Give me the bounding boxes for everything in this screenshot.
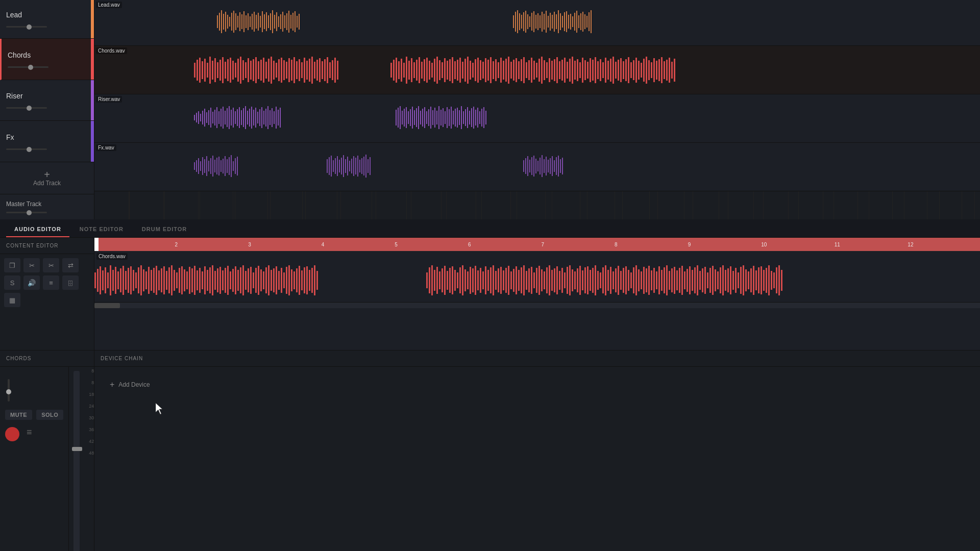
db-scale: 8 8 18 24 30 36 42 48: [84, 367, 94, 551]
svg-rect-255: [206, 112, 207, 123]
grid-icon-btn[interactable]: ⌹: [62, 276, 79, 290]
svg-rect-485: [309, 270, 310, 291]
track-item-lead[interactable]: Lead: [0, 0, 94, 39]
chords-fader-handle[interactable]: [72, 447, 82, 451]
track-fader-chords[interactable]: [8, 66, 48, 68]
svg-rect-68: [568, 15, 569, 29]
master-track-fader-knob[interactable]: [27, 210, 32, 215]
svg-rect-41: [513, 15, 514, 28]
svg-rect-419: [140, 265, 142, 295]
scrollbar-thumb[interactable]: [94, 303, 120, 308]
copy-icon-btn[interactable]: ❐: [4, 258, 20, 272]
track-fader-riser[interactable]: [6, 107, 47, 109]
svg-rect-192: [531, 58, 532, 83]
svg-rect-150: [424, 59, 425, 81]
svg-rect-202: [556, 57, 558, 83]
track-row-chords: Chords.wav: [94, 46, 980, 94]
svg-rect-64: [560, 13, 561, 30]
chords-clip-label: Chords.wav: [96, 47, 127, 54]
scissors-icon-btn[interactable]: ✂: [43, 258, 59, 272]
svg-rect-603: [717, 271, 719, 289]
track-fader-knob-fx[interactable]: [27, 147, 32, 152]
svg-rect-351: [223, 159, 224, 173]
svg-rect-481: [299, 266, 300, 295]
svg-rect-367: [343, 155, 344, 177]
track-fader-lead[interactable]: [6, 26, 47, 28]
svg-rect-273: [243, 108, 244, 127]
svg-rect-230: [628, 57, 629, 83]
svg-rect-339: [198, 158, 199, 174]
svg-rect-466: [260, 269, 262, 291]
audio-playhead[interactable]: [94, 238, 99, 251]
svg-rect-410: [117, 271, 119, 289]
svg-rect-434: [179, 268, 180, 293]
tab-note-editor[interactable]: NOTE EDITOR: [71, 222, 132, 237]
svg-rect-628: [781, 270, 782, 291]
svg-rect-318: [449, 109, 450, 126]
svg-rect-326: [465, 109, 466, 126]
chords-fader-track[interactable]: [74, 371, 80, 551]
svg-rect-583: [666, 265, 668, 295]
tab-audio-editor[interactable]: AUDIO EDITOR: [6, 222, 69, 237]
svg-rect-14: [246, 15, 247, 28]
track-item-fx[interactable]: Fx: [0, 121, 94, 162]
db-label-30: 30: [89, 416, 94, 420]
svg-rect-37: [292, 13, 293, 31]
add-track-button[interactable]: + Add Track: [0, 162, 94, 194]
svg-rect-35: [288, 11, 289, 33]
svg-rect-455: [232, 269, 234, 292]
svg-rect-228: [623, 61, 624, 79]
track-fader-knob-riser[interactable]: [27, 106, 32, 111]
add-device-button[interactable]: + Add Device: [105, 377, 155, 392]
svg-rect-388: [537, 161, 538, 171]
svg-rect-515: [493, 265, 494, 295]
svg-rect-564: [618, 266, 619, 295]
cut-icon-btn[interactable]: ✂: [23, 258, 40, 272]
svg-rect-374: [357, 156, 358, 177]
record-button[interactable]: [5, 427, 19, 441]
svg-rect-231: [630, 62, 632, 78]
chords-volume-slider[interactable]: [8, 379, 10, 402]
solo-button[interactable]: SOLO: [36, 410, 63, 420]
svg-rect-52: [535, 15, 536, 29]
track-item-chords[interactable]: Chords: [0, 39, 94, 80]
track-fader-fx[interactable]: [6, 148, 47, 150]
svg-rect-163: [457, 60, 458, 81]
chords-header-label: CHORDS: [0, 350, 94, 367]
svg-rect-301: [414, 110, 415, 125]
track-fader-knob-lead[interactable]: [27, 24, 32, 30]
svg-rect-525: [518, 270, 520, 291]
letter-s-btn[interactable]: S: [4, 276, 20, 290]
mute-button[interactable]: MUTE: [5, 410, 32, 420]
svg-rect-337: [194, 162, 195, 170]
svg-rect-183: [508, 57, 509, 84]
mixer-icon-btn[interactable]: ≡: [27, 427, 32, 441]
snap-icon-btn[interactable]: ▦: [4, 293, 20, 307]
svg-rect-215: [590, 58, 591, 82]
audio-clip-row: Chords.wav: [94, 251, 980, 302]
svg-rect-325: [463, 111, 464, 124]
reverse-icon-btn[interactable]: ⇄: [62, 258, 79, 272]
audio-scrollbar[interactable]: [94, 302, 980, 308]
volume-icon-btn[interactable]: 🔊: [23, 276, 40, 290]
eq-icon-btn[interactable]: ≡: [43, 276, 59, 290]
master-track-fader[interactable]: [6, 212, 47, 213]
ruler-num-8: 8: [614, 242, 687, 247]
svg-rect-240: [653, 58, 655, 82]
svg-rect-400: [562, 158, 563, 174]
svg-rect-147: [416, 60, 418, 81]
audio-editor-waveform-2: [426, 261, 783, 299]
svg-rect-518: [500, 267, 502, 294]
audio-ruler: 2 3 4 5 6 7 8 9 10 11 12: [94, 238, 980, 251]
svg-rect-572: [638, 269, 640, 291]
svg-rect-217: [595, 57, 596, 83]
svg-rect-601: [712, 266, 714, 295]
svg-rect-43: [517, 10, 518, 33]
svg-rect-126: [311, 57, 313, 84]
svg-rect-227: [620, 58, 622, 82]
tab-drum-editor[interactable]: DRUM EDITOR: [134, 222, 195, 237]
svg-rect-308: [428, 109, 429, 126]
track-item-riser[interactable]: Riser: [0, 80, 94, 121]
chords-volume-knob[interactable]: [6, 389, 11, 394]
track-fader-knob-chords[interactable]: [28, 65, 33, 70]
